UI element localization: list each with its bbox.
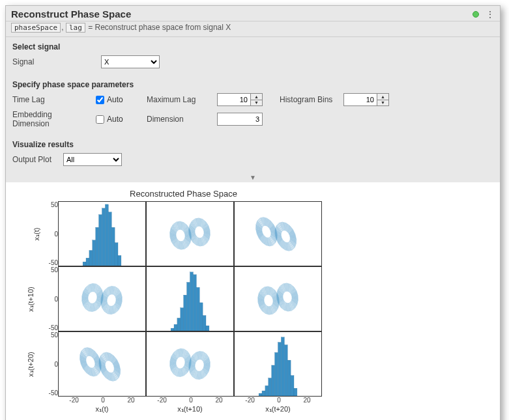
scatter-matrix xyxy=(58,201,322,397)
visualize-section: Visualize results Output Plot All xyxy=(6,135,500,173)
ytick: -50 xyxy=(49,389,58,397)
svg-rect-28 xyxy=(272,365,275,396)
syntax-description: = Reconstruct phase space from signal X xyxy=(88,23,231,32)
svg-rect-7 xyxy=(105,204,108,266)
svg-rect-19 xyxy=(193,275,196,331)
max-lag-down-icon[interactable]: ▼ xyxy=(251,100,262,106)
plot-area: Reconstructed Phase Space x₁(t) x₁(t+10)… xyxy=(6,182,500,420)
ylabel-1: x₁(t+10) xyxy=(27,287,35,312)
xtick: 20 xyxy=(304,397,311,404)
emb-dim-auto-checkbox[interactable] xyxy=(96,115,104,124)
subplot-1-0 xyxy=(58,266,146,331)
svg-rect-26 xyxy=(265,385,269,396)
hist-bins-input[interactable] xyxy=(344,94,377,105)
subplot-0-0 xyxy=(58,201,146,266)
ytick: 50 xyxy=(51,201,58,208)
svg-rect-15 xyxy=(181,308,184,331)
max-lag-up-icon[interactable]: ▲ xyxy=(251,94,262,100)
xlabel-1: x₁(t+10) xyxy=(146,405,234,413)
emb-dim-label: Embedding Dimension xyxy=(12,110,91,128)
svg-rect-27 xyxy=(269,378,272,396)
svg-rect-16 xyxy=(184,295,187,331)
xtick: 0 xyxy=(189,397,193,404)
ylabel-2: x₁(t+20) xyxy=(27,352,35,377)
params-title: Specify phase space parameters xyxy=(12,80,493,89)
collapse-handle-icon[interactable]: ▼ xyxy=(6,173,500,182)
ytick: -50 xyxy=(49,324,58,331)
xtick: 0 xyxy=(277,397,281,404)
select-signal-title: Select signal xyxy=(12,42,493,51)
time-lag-auto-checkbox[interactable] xyxy=(96,96,104,104)
svg-rect-14 xyxy=(177,318,181,331)
xtick: 20 xyxy=(216,397,223,404)
ytick: -50 xyxy=(49,259,58,266)
svg-rect-8 xyxy=(108,212,111,266)
xlabel-0: x₁(t) xyxy=(58,405,146,413)
max-lag-input[interactable] xyxy=(218,94,250,105)
svg-rect-0 xyxy=(83,262,86,266)
hist-bins-label: Histogram Bins xyxy=(280,95,338,104)
svg-rect-32 xyxy=(284,345,287,396)
ytick: 50 xyxy=(51,331,58,339)
svg-rect-17 xyxy=(187,283,190,331)
svg-rect-25 xyxy=(262,391,265,396)
svg-rect-22 xyxy=(203,315,206,331)
svg-rect-6 xyxy=(102,208,106,266)
dimension-input[interactable] xyxy=(217,113,263,126)
xtick: -20 xyxy=(245,397,254,404)
svg-rect-20 xyxy=(196,287,199,331)
svg-rect-35 xyxy=(294,388,297,396)
subplot-2-1 xyxy=(146,331,234,397)
svg-rect-34 xyxy=(291,376,294,396)
output-var-1: phaseSpace xyxy=(11,23,61,33)
svg-rect-3 xyxy=(93,240,96,266)
syntax-row: phaseSpace, lag = Reconstruct phase spac… xyxy=(6,21,500,37)
signal-label: Signal xyxy=(12,57,51,66)
svg-rect-29 xyxy=(275,352,278,396)
visualize-title: Visualize results xyxy=(12,140,493,149)
dimension-label: Dimension xyxy=(147,115,212,124)
svg-rect-11 xyxy=(118,255,121,266)
output-plot-dropdown[interactable]: All xyxy=(63,153,122,166)
xlabel-2: x₁(t+20) xyxy=(234,405,322,413)
subplot-2-0 xyxy=(58,331,146,397)
svg-rect-12 xyxy=(171,328,174,331)
ylabel-0: x₁(t) xyxy=(33,227,42,240)
svg-rect-9 xyxy=(111,227,115,266)
max-lag-spinner[interactable]: ▲ ▼ xyxy=(217,93,263,106)
output-var-2: lag xyxy=(66,23,85,33)
svg-rect-18 xyxy=(190,272,194,331)
params-section: Specify phase space parameters Time Lag … xyxy=(6,75,500,135)
svg-rect-1 xyxy=(86,258,89,266)
reconstruct-phase-space-panel: Reconstruct Phase Space ⋮ phaseSpace, la… xyxy=(5,5,501,420)
svg-rect-5 xyxy=(99,215,102,266)
subplot-1-1 xyxy=(146,266,234,331)
subplot-1-2 xyxy=(234,266,322,331)
output-plot-label: Output Plot xyxy=(12,155,58,164)
xtick: -20 xyxy=(69,397,78,404)
emb-dim-auto-label: Auto xyxy=(107,115,123,124)
hist-bins-spinner[interactable]: ▲ ▼ xyxy=(343,93,389,106)
max-lag-label: Maximum Lag xyxy=(147,95,212,104)
status-indicator-icon xyxy=(473,11,479,18)
select-signal-section: Select signal Signal X xyxy=(6,37,500,75)
svg-rect-31 xyxy=(281,337,284,396)
kebab-menu-icon[interactable]: ⋮ xyxy=(486,9,495,20)
xtick: 0 xyxy=(101,397,105,404)
svg-rect-2 xyxy=(89,250,93,266)
signal-dropdown[interactable]: X xyxy=(101,55,160,68)
subplot-0-2 xyxy=(234,201,322,266)
panel-title: Reconstruct Phase Space xyxy=(11,8,473,20)
xtick: -20 xyxy=(157,397,166,404)
svg-rect-30 xyxy=(278,343,282,396)
hist-bins-up-icon[interactable]: ▲ xyxy=(377,94,388,100)
subplot-2-2 xyxy=(234,331,322,397)
svg-rect-23 xyxy=(206,326,209,331)
svg-rect-10 xyxy=(115,243,118,266)
chart-title: Reconstructed Phase Space xyxy=(51,189,315,199)
svg-rect-24 xyxy=(259,393,262,396)
svg-rect-13 xyxy=(174,324,177,331)
svg-rect-33 xyxy=(287,360,291,396)
panel-titlebar: Reconstruct Phase Space ⋮ xyxy=(6,6,500,21)
hist-bins-down-icon[interactable]: ▼ xyxy=(377,100,388,106)
